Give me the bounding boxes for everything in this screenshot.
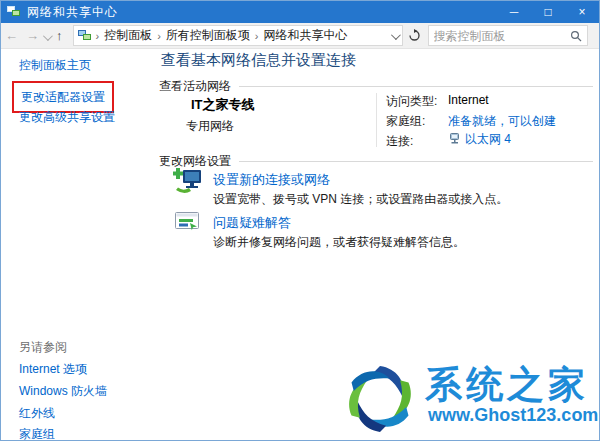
sidebar-item-control-panel-home[interactable]: 控制面板主页 [19,57,91,74]
ethernet-icon [448,133,461,146]
address-dropdown-chevron-icon[interactable] [391,29,398,43]
sidebar-item-homegroup[interactable]: 家庭组 [19,426,55,441]
sidebar-item-internet-options[interactable]: Internet 选项 [19,361,87,378]
network-share-icon [7,6,21,18]
new-connection-icon [173,168,203,198]
breadcrumb-all-items[interactable]: 所有控制面板项 [163,27,253,44]
address-bar[interactable]: › 控制面板 › 所有控制面板项 › 网络和共享中心 [73,25,403,46]
maximize-button[interactable]: □ [531,1,565,23]
active-networks-label: 查看活动网络 [159,78,231,95]
breadcrumb-separator: › [94,30,102,42]
homegroup-label: 家庭组: [386,113,425,130]
sidebar-item-windows-firewall[interactable]: Windows 防火墙 [19,383,107,400]
network-name: IT之家专线 [191,96,255,114]
connection-row: 以太网 4 [448,131,511,148]
up-icon[interactable]: ↑ [52,29,67,42]
watermark-site-name: 系统之家 [425,360,589,410]
network-sharing-center-window: 网络和共享中心 ─ □ × ← → ↑ › 控制面板 › 所有控制面板项 [0,0,600,441]
change-settings-section: 更改网络设置 [159,153,593,170]
sidebar-item-infrared[interactable]: 红外线 [19,405,55,422]
title-bar: 网络和共享中心 ─ □ × [1,1,599,23]
search-box[interactable] [428,25,588,46]
breadcrumb-separator: › [155,30,163,42]
search-input[interactable] [434,29,570,43]
troubleshoot-desc: 诊断并修复网络问题，或者获得疑难解答信息。 [213,234,465,251]
troubleshoot-link[interactable]: 问题疑难解答 [213,214,291,232]
setup-new-connection-desc: 设置宽带、拨号或 VPN 连接；或设置路由器或接入点。 [213,191,508,208]
network-type: 专用网络 [186,118,234,135]
access-type-value: Internet [448,93,489,107]
forward-icon[interactable]: → [22,29,43,42]
detail-divider [376,93,377,147]
toolbar: ← → ↑ › 控制面板 › 所有控制面板项 › 网络和共享中心 [1,23,599,49]
breadcrumb-control-panel[interactable]: 控制面板 [101,27,155,44]
refresh-icon[interactable] [408,29,421,42]
watermark-logo-icon [343,362,417,440]
homegroup-ready-link[interactable]: 准备就绪，可以创建 [448,113,556,130]
sidebar-item-change-advanced-sharing[interactable]: 更改高级共享设置 [19,109,115,126]
caption-buttons: ─ □ × [497,1,599,23]
close-button[interactable]: × [565,1,599,23]
connections-label: 连接: [386,133,413,150]
window-title: 网络和共享中心 [27,4,118,21]
recent-pages-chevron-icon[interactable] [43,27,50,45]
back-icon[interactable]: ← [1,29,22,42]
see-also-header: 另请参阅 [19,339,67,356]
breadcrumb-network-icon [78,30,92,42]
section-divider [239,161,593,162]
watermark-site-url: www.Ghost123.com [428,405,598,426]
minimize-button[interactable]: ─ [497,1,531,23]
breadcrumb-separator: › [253,30,261,42]
troubleshoot-icon [175,212,200,236]
search-icon[interactable] [570,30,582,42]
breadcrumb-network-sharing-center[interactable]: 网络和共享中心 [261,27,351,44]
access-type-label: 访问类型: [386,93,437,110]
ethernet-4-link[interactable]: 以太网 4 [465,131,511,148]
page-title: 查看基本网络信息并设置连接 [161,51,356,70]
sidebar-item-change-adapter-settings[interactable]: 更改适配器设置 [21,90,105,104]
setup-new-connection-link[interactable]: 设置新的连接或网络 [213,171,330,189]
section-divider [239,86,593,87]
